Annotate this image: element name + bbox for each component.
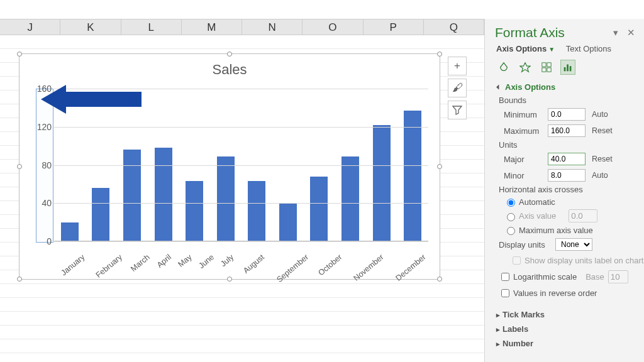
min-auto-button[interactable]: Auto — [592, 110, 608, 119]
log-scale-label: Logarithmic scale — [513, 272, 577, 282]
bar[interactable] — [310, 177, 328, 241]
svg-rect-8 — [570, 66, 572, 71]
plus-icon: + — [454, 60, 460, 72]
section-number[interactable]: Number — [485, 336, 644, 351]
max-label: Maximum — [504, 126, 548, 136]
chart-elements-button[interactable]: + — [448, 57, 467, 75]
chart-styles-button[interactable]: 🖌 — [448, 79, 467, 97]
svg-rect-2 — [542, 63, 546, 67]
chevron-down-icon: ▼ — [548, 46, 555, 53]
gridline — [54, 127, 428, 128]
crosses-value-radio[interactable] — [507, 213, 515, 221]
display-units-select[interactable]: None — [555, 238, 592, 251]
crosses-value-label: Axis value — [519, 211, 556, 221]
resize-handle[interactable] — [227, 277, 232, 282]
crosses-auto-radio[interactable] — [507, 199, 515, 207]
svg-rect-3 — [547, 63, 551, 67]
svg-rect-7 — [567, 65, 569, 72]
col-header[interactable]: K — [60, 19, 121, 35]
y-tick-label: 120 — [37, 122, 52, 132]
bar[interactable] — [279, 203, 297, 241]
max-input[interactable] — [548, 124, 586, 137]
min-input[interactable] — [548, 108, 586, 121]
col-header[interactable]: J — [0, 19, 60, 35]
minor-input[interactable] — [548, 169, 586, 182]
bar[interactable] — [92, 188, 109, 241]
crosses-value-input — [569, 209, 597, 222]
resize-handle[interactable] — [437, 52, 442, 57]
display-units-label: Display units — [499, 240, 555, 250]
svg-rect-4 — [542, 68, 546, 72]
col-header[interactable]: M — [182, 19, 242, 35]
bounds-label: Bounds — [485, 94, 644, 106]
crosses-label: Horizontal axis crosses — [485, 184, 644, 195]
section-tick-marks[interactable]: Tick Marks — [485, 307, 644, 322]
bar[interactable] — [61, 222, 79, 241]
bar[interactable] — [404, 111, 421, 241]
resize-handle[interactable] — [17, 277, 22, 282]
bar[interactable] — [248, 181, 265, 241]
bar[interactable] — [373, 125, 391, 241]
svg-rect-5 — [547, 68, 551, 72]
units-label: Units — [485, 139, 644, 151]
show-units-label-checkbox — [513, 256, 521, 265]
major-input[interactable] — [548, 153, 586, 165]
gridline — [54, 203, 428, 204]
log-base-label: Base — [586, 272, 604, 282]
column-headers: J K L M N O P Q — [0, 19, 484, 35]
bar[interactable] — [341, 156, 359, 241]
reverse-checkbox[interactable] — [501, 289, 509, 297]
col-header[interactable]: L — [121, 19, 182, 35]
bar[interactable] — [123, 150, 141, 241]
major-label: Major — [504, 155, 548, 164]
annotation-arrow-left — [41, 85, 142, 114]
resize-handle[interactable] — [437, 277, 442, 282]
y-tick-label: 0 — [47, 236, 52, 246]
resize-handle[interactable] — [227, 52, 232, 57]
max-reset-button[interactable]: Reset — [592, 126, 613, 135]
size-properties-icon[interactable] — [539, 60, 554, 75]
resize-handle[interactable] — [437, 164, 442, 169]
col-header[interactable]: Q — [424, 19, 484, 35]
bar[interactable] — [186, 181, 203, 241]
crosses-max-radio[interactable] — [507, 227, 515, 235]
log-scale-checkbox[interactable] — [501, 273, 509, 281]
axis-options-icon[interactable] — [560, 60, 575, 75]
min-label: Minimum — [504, 110, 548, 119]
show-units-label-text: Show display units label on chart — [525, 256, 643, 265]
format-axis-pane: Format Axis ▾ ✕ Axis Options▼ Text Optio… — [484, 19, 644, 362]
brush-icon: 🖌 — [452, 82, 463, 94]
fill-line-icon[interactable] — [496, 60, 511, 75]
reverse-label: Values in reverse order — [513, 288, 597, 298]
spreadsheet-area: J K L M N O P Q Sales 04080120160 Januar… — [0, 0, 484, 362]
resize-handle[interactable] — [17, 164, 22, 169]
chart-filter-button[interactable] — [448, 101, 467, 119]
col-header[interactable]: O — [303, 19, 363, 35]
filter-icon — [452, 105, 462, 115]
crosses-auto-label: Automatic — [519, 197, 555, 207]
gridline — [54, 241, 428, 242]
y-tick-label: 80 — [42, 160, 52, 170]
pane-title: Format Axis — [495, 25, 565, 40]
section-labels[interactable]: Labels — [485, 322, 644, 336]
col-header[interactable]: N — [242, 19, 303, 35]
close-icon[interactable]: ✕ — [627, 27, 635, 38]
bar[interactable] — [217, 156, 235, 241]
tab-text-options[interactable]: Text Options — [566, 44, 611, 53]
svg-marker-1 — [520, 63, 530, 72]
major-reset-button[interactable]: Reset — [592, 155, 613, 163]
chart-title[interactable]: Sales — [19, 62, 440, 78]
col-header[interactable]: P — [364, 19, 424, 35]
svg-rect-6 — [564, 67, 566, 71]
task-pane-options-icon[interactable]: ▾ — [613, 27, 618, 38]
gridline — [54, 165, 428, 166]
section-axis-options[interactable]: Axis Options — [485, 80, 644, 94]
x-axis-labels: JanuaryFebruaryMarchAprilMayJuneJulyAugu… — [54, 244, 428, 275]
log-base-input — [608, 270, 628, 283]
bar[interactable] — [155, 148, 172, 241]
tab-axis-options[interactable]: Axis Options▼ — [496, 44, 555, 53]
minor-label: Minor — [504, 171, 548, 180]
minor-auto-button[interactable]: Auto — [592, 171, 608, 180]
effects-icon[interactable] — [518, 60, 533, 75]
resize-handle[interactable] — [17, 52, 22, 57]
